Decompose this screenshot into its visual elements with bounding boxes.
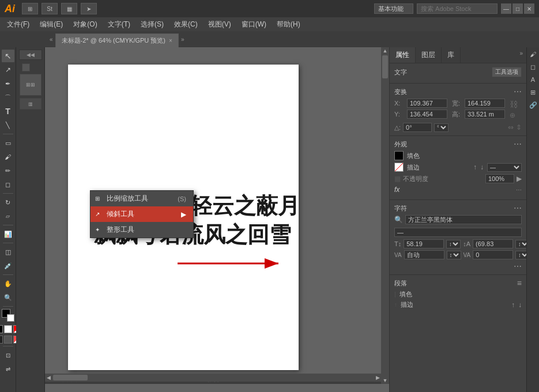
link-proportional-icon[interactable]: ⛓ [510,100,518,109]
tab-close-button[interactable]: × [169,37,172,44]
rotate-tool[interactable]: ↻ [2,196,14,209]
horizontal-scrollbar[interactable]: ◀ ▶ [45,374,381,382]
scroll-up-btn[interactable]: ▲ [381,47,389,54]
kern-unit-select[interactable]: ↕ [447,251,461,259]
menu-object[interactable]: 对象(O) [69,18,101,31]
color-mode-2[interactable] [4,336,12,344]
close-button[interactable]: ✕ [524,3,534,14]
background-color[interactable] [7,314,14,322]
tab-collapse-right[interactable]: » [179,36,187,43]
hand-tool[interactable]: ✋ [2,277,14,290]
reflect-h-icon[interactable]: ⇔ [508,123,514,131]
transform-more-btn[interactable]: ⋯ [514,87,522,96]
para-stroke-up[interactable]: ↑ [511,301,515,309]
tab-properties[interactable]: 属性 [390,47,416,63]
ctx-scale-tool[interactable]: ⊞ 比例缩放工具 (S) [91,191,193,206]
menu-window[interactable]: 窗口(W) [237,18,271,31]
panel-icon-grid[interactable]: ⊞ [529,88,538,97]
scroll-thumb-v[interactable] [382,55,388,78]
angle-input[interactable] [403,123,432,132]
document-tab[interactable]: 未标题-2* @ 64% (CMYK/GPU 预览) × [55,33,179,47]
pen-tool[interactable]: ✒ [2,77,14,90]
stroke-select[interactable]: — [487,163,522,172]
tracking-unit-select[interactable]: ↕ [515,251,526,259]
btn-st[interactable]: St [42,3,58,14]
rectangle-tool[interactable]: ▭ [2,137,14,149]
h-input[interactable] [465,110,505,119]
fontsize-unit-select[interactable]: ↕ [446,240,461,248]
search-input[interactable] [417,3,497,14]
extra-tool[interactable]: ⇌ [2,363,14,375]
menu-effect[interactable]: 效果(C) [169,18,202,31]
line-tool[interactable]: ╲ [2,119,14,131]
color-white[interactable] [4,325,12,333]
w-input[interactable] [465,99,505,108]
btn-grid[interactable]: ⊞ [22,3,38,14]
stroke-up-icon[interactable]: ↑ [473,163,477,171]
scroll-right-btn[interactable]: ▶ [374,375,381,380]
kern-input[interactable] [404,250,444,259]
fontsize-input[interactable] [404,239,444,248]
vertical-scrollbar[interactable]: ▲ ▼ [381,47,389,384]
pencil-tool[interactable]: ✏ [2,164,14,177]
leading-unit-select[interactable]: ↕ [515,240,526,248]
tab-collapse-left[interactable]: « [47,36,55,43]
leading-input[interactable] [473,239,513,248]
opacity-input[interactable] [485,174,514,183]
reflect-v-icon[interactable]: ⇕ [516,123,522,131]
selection-tool[interactable]: ↖ [2,50,14,62]
tab-layers[interactable]: 图层 [416,47,442,63]
gradient-tool[interactable]: ◫ [2,246,14,258]
opacity-arrow-icon[interactable]: ▶ [517,175,522,183]
para-align-icon[interactable]: ≡ [517,278,522,288]
scroll-track-v[interactable] [381,54,389,377]
color-black[interactable] [0,325,3,333]
zoom-tool[interactable]: 🔍 [2,291,14,304]
appearance-more-btn[interactable]: ⋯ [514,140,522,149]
tracking-input[interactable] [473,250,513,259]
menu-view[interactable]: 视图(V) [203,18,236,31]
panel-icon-brush[interactable]: 🖌 [529,50,538,59]
graph-tool[interactable]: 📊 [2,228,14,240]
angle-unit-select[interactable]: ° [434,123,448,132]
link-icon-2[interactable]: ⊕ [510,111,518,119]
panel-icon-link[interactable]: 🔗 [529,100,538,110]
char-dots-btn[interactable]: ⋯ [514,262,522,271]
menu-file[interactable]: 文件(F) [2,18,34,31]
ctx-reshape-tool[interactable]: ✦ 整形工具 [91,222,193,238]
menu-select[interactable]: 选择(S) [136,18,168,31]
stroke-swatch[interactable] [394,163,404,172]
eraser-tool[interactable]: ◻ [2,178,14,191]
x-input[interactable] [407,99,447,108]
ctx-shear-tool[interactable]: ↗ 倾斜工具 ▶ [91,206,193,222]
panel-icon-text[interactable]: A [529,75,538,84]
panel-collapse-btn[interactable]: » [516,47,526,63]
y-input[interactable] [407,110,447,119]
minimize-button[interactable]: — [501,3,511,14]
color-selector[interactable] [2,309,14,322]
btn-layout[interactable]: ▦ [61,3,77,14]
tab-library[interactable]: 库 [442,47,461,63]
fill-swatch[interactable] [394,151,404,160]
color-mode-1[interactable] [0,336,3,344]
artboard-tool[interactable]: ⊡ [2,349,14,361]
scroll-track-h[interactable] [52,374,374,382]
secondary-collapse[interactable]: ◀◀ [19,50,42,60]
eyedropper-tool[interactable]: 💉 [2,259,14,272]
font-name-input[interactable] [405,215,522,224]
font-style-input[interactable] [394,228,522,237]
paintbrush-tool[interactable]: 🖌 [2,150,14,163]
mini-icon-1[interactable] [22,63,30,71]
curvature-tool[interactable]: ⌒ [2,91,14,104]
btn-send[interactable]: ➤ [81,3,97,14]
workspace-select[interactable]: 基本功能 [374,3,413,14]
character-more-btn[interactable]: ⋯ [514,203,522,213]
scroll-down-btn[interactable]: ▼ [381,377,389,384]
tool-options-btn[interactable]: 工具选项 [492,67,522,77]
mini-icon-2[interactable] [31,63,39,71]
stroke-down-icon[interactable]: ↓ [480,163,484,171]
menu-help[interactable]: 帮助(H) [272,18,305,31]
scroll-thumb-h[interactable] [53,375,88,380]
menu-edit[interactable]: 编辑(E) [35,18,67,31]
menu-text[interactable]: 文字(T) [103,18,135,31]
